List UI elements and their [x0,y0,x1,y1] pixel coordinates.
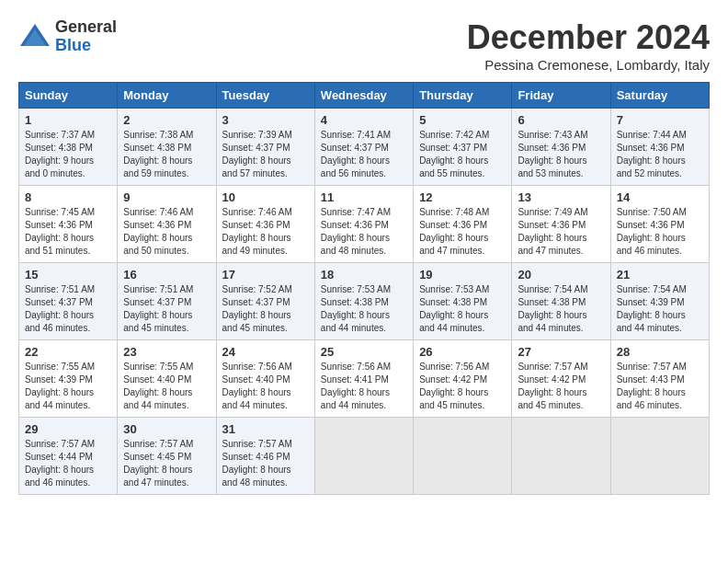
calendar-day-cell [610,418,709,495]
day-number: 20 [518,268,604,282]
calendar-day-cell [314,418,413,495]
day-info: Sunrise: 7:42 AMSunset: 4:37 PMDaylight:… [419,130,489,178]
title-section: December 2024 Pessina Cremonese, Lombard… [467,18,710,73]
day-info: Sunrise: 7:54 AMSunset: 4:39 PMDaylight:… [617,284,687,333]
calendar-day-cell: 15 Sunrise: 7:51 AMSunset: 4:37 PMDaylig… [19,263,118,340]
logo-text: General Blue [55,18,117,55]
calendar-day-cell: 7 Sunrise: 7:44 AMSunset: 4:36 PMDayligh… [610,109,709,186]
calendar-day-cell: 14 Sunrise: 7:50 AMSunset: 4:36 PMDaylig… [610,186,709,263]
day-number: 14 [617,190,703,204]
day-number: 11 [321,190,407,204]
day-info: Sunrise: 7:55 AMSunset: 4:39 PMDaylight:… [25,362,95,410]
day-number: 10 [222,190,309,204]
day-info: Sunrise: 7:55 AMSunset: 4:40 PMDaylight:… [123,362,193,410]
calendar-day-cell: 23 Sunrise: 7:55 AMSunset: 4:40 PMDaylig… [118,340,216,418]
location: Pessina Cremonese, Lombardy, Italy [467,57,710,73]
calendar-day-cell: 29 Sunrise: 7:57 AMSunset: 4:44 PMDaylig… [19,418,118,495]
day-number: 29 [25,422,111,436]
day-info: Sunrise: 7:48 AMSunset: 4:36 PMDaylight:… [419,207,489,256]
day-number: 6 [518,113,604,127]
day-number: 13 [518,190,604,204]
calendar-day-cell: 8 Sunrise: 7:45 AMSunset: 4:36 PMDayligh… [19,186,118,263]
day-info: Sunrise: 7:56 AMSunset: 4:42 PMDaylight:… [419,362,489,410]
logo-icon [18,20,51,53]
day-number: 31 [222,422,309,436]
day-info: Sunrise: 7:43 AMSunset: 4:36 PMDaylight:… [518,130,587,178]
day-number: 8 [25,190,111,204]
header-day: Tuesday [216,83,314,109]
calendar-day-cell: 6 Sunrise: 7:43 AMSunset: 4:36 PMDayligh… [512,109,610,186]
day-info: Sunrise: 7:51 AMSunset: 4:37 PMDaylight:… [25,284,95,333]
calendar-day-cell: 17 Sunrise: 7:52 AMSunset: 4:37 PMDaylig… [216,263,314,340]
header-day: Monday [118,83,216,109]
day-number: 28 [617,345,703,359]
day-number: 2 [123,113,210,127]
day-number: 27 [518,345,604,359]
day-number: 21 [617,268,703,282]
calendar-day-cell: 24 Sunrise: 7:56 AMSunset: 4:40 PMDaylig… [216,340,314,418]
calendar-day-cell: 31 Sunrise: 7:57 AMSunset: 4:46 PMDaylig… [216,418,314,495]
calendar-day-cell [512,418,610,495]
calendar-week-row: 1 Sunrise: 7:37 AMSunset: 4:38 PMDayligh… [19,109,710,186]
calendar-day-cell: 28 Sunrise: 7:57 AMSunset: 4:43 PMDaylig… [610,340,709,418]
day-number: 4 [321,113,407,127]
day-number: 16 [123,268,210,282]
calendar-day-cell: 2 Sunrise: 7:38 AMSunset: 4:38 PMDayligh… [118,109,216,186]
month-title: December 2024 [467,18,710,57]
day-info: Sunrise: 7:41 AMSunset: 4:37 PMDaylight:… [321,130,391,178]
header-day: Saturday [610,83,709,109]
calendar-day-cell: 19 Sunrise: 7:53 AMSunset: 4:38 PMDaylig… [414,263,512,340]
day-info: Sunrise: 7:57 AMSunset: 4:43 PMDaylight:… [617,362,687,410]
calendar-day-cell: 22 Sunrise: 7:55 AMSunset: 4:39 PMDaylig… [19,340,118,418]
day-info: Sunrise: 7:57 AMSunset: 4:45 PMDaylight:… [123,439,193,488]
day-info: Sunrise: 7:53 AMSunset: 4:38 PMDaylight:… [419,284,489,333]
calendar-day-cell: 12 Sunrise: 7:48 AMSunset: 4:36 PMDaylig… [414,186,512,263]
calendar-day-cell: 4 Sunrise: 7:41 AMSunset: 4:37 PMDayligh… [314,109,413,186]
day-info: Sunrise: 7:46 AMSunset: 4:36 PMDaylight:… [222,207,292,256]
day-number: 15 [25,268,111,282]
day-number: 7 [617,113,703,127]
calendar-day-cell: 20 Sunrise: 7:54 AMSunset: 4:38 PMDaylig… [512,263,610,340]
calendar-week-row: 8 Sunrise: 7:45 AMSunset: 4:36 PMDayligh… [19,186,710,263]
header-day: Friday [512,83,610,109]
day-number: 23 [123,345,210,359]
calendar-week-row: 29 Sunrise: 7:57 AMSunset: 4:44 PMDaylig… [19,418,710,495]
day-info: Sunrise: 7:56 AMSunset: 4:41 PMDaylight:… [321,362,391,410]
day-info: Sunrise: 7:52 AMSunset: 4:37 PMDaylight:… [222,284,292,333]
day-info: Sunrise: 7:50 AMSunset: 4:36 PMDaylight:… [617,207,687,256]
calendar-day-cell: 21 Sunrise: 7:54 AMSunset: 4:39 PMDaylig… [610,263,709,340]
day-info: Sunrise: 7:51 AMSunset: 4:37 PMDaylight:… [123,284,193,333]
calendar-day-cell [414,418,512,495]
day-info: Sunrise: 7:37 AMSunset: 4:38 PMDaylight:… [25,130,95,178]
day-info: Sunrise: 7:46 AMSunset: 4:36 PMDaylight:… [123,207,193,256]
calendar-day-cell: 3 Sunrise: 7:39 AMSunset: 4:37 PMDayligh… [216,109,314,186]
logo: General Blue [18,18,117,55]
day-info: Sunrise: 7:47 AMSunset: 4:36 PMDaylight:… [321,207,391,256]
day-number: 1 [25,113,111,127]
calendar-week-row: 15 Sunrise: 7:51 AMSunset: 4:37 PMDaylig… [19,263,710,340]
header-day: Wednesday [314,83,413,109]
day-number: 22 [25,345,111,359]
calendar-day-cell: 27 Sunrise: 7:57 AMSunset: 4:42 PMDaylig… [512,340,610,418]
day-number: 25 [321,345,407,359]
header-row: SundayMondayTuesdayWednesdayThursdayFrid… [19,83,710,109]
calendar-day-cell: 13 Sunrise: 7:49 AMSunset: 4:36 PMDaylig… [512,186,610,263]
calendar-day-cell: 16 Sunrise: 7:51 AMSunset: 4:37 PMDaylig… [118,263,216,340]
calendar-table: SundayMondayTuesdayWednesdayThursdayFrid… [18,82,710,495]
calendar-day-cell: 30 Sunrise: 7:57 AMSunset: 4:45 PMDaylig… [118,418,216,495]
day-number: 18 [321,268,407,282]
day-number: 17 [222,268,309,282]
day-info: Sunrise: 7:53 AMSunset: 4:38 PMDaylight:… [321,284,391,333]
calendar-day-cell: 26 Sunrise: 7:56 AMSunset: 4:42 PMDaylig… [414,340,512,418]
logo-blue: Blue [55,37,117,55]
day-info: Sunrise: 7:57 AMSunset: 4:44 PMDaylight:… [25,439,95,488]
day-number: 5 [419,113,506,127]
day-number: 19 [419,268,506,282]
day-info: Sunrise: 7:54 AMSunset: 4:38 PMDaylight:… [518,284,587,333]
day-number: 9 [123,190,210,204]
day-info: Sunrise: 7:45 AMSunset: 4:36 PMDaylight:… [25,207,95,256]
day-info: Sunrise: 7:44 AMSunset: 4:36 PMDaylight:… [617,130,687,178]
day-info: Sunrise: 7:57 AMSunset: 4:46 PMDaylight:… [222,439,292,488]
day-info: Sunrise: 7:49 AMSunset: 4:36 PMDaylight:… [518,207,587,256]
day-number: 12 [419,190,506,204]
